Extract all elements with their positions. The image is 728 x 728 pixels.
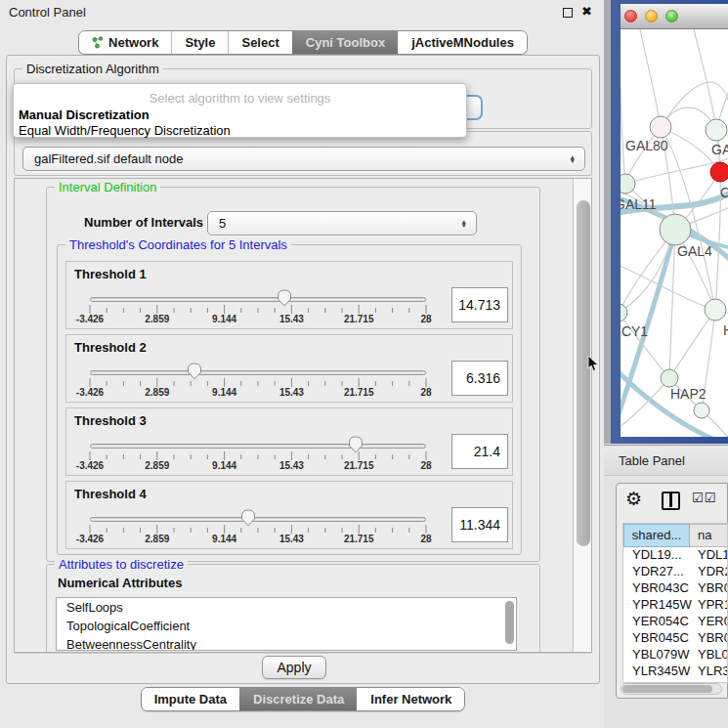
apply-button[interactable]: Apply [262, 656, 326, 679]
name-cell[interactable]: YLR3 [698, 664, 728, 678]
shared-name-cell[interactable]: YBR043C [632, 580, 689, 595]
tick-label: 2.859 [145, 387, 169, 398]
node-label: GAL4 [677, 243, 712, 259]
shared-name-cell[interactable]: YDR27... [632, 564, 684, 578]
numerical-attributes-label: Numerical Attributes [58, 576, 182, 590]
attribute-list-item[interactable]: SelfLoops [57, 598, 516, 617]
tick-label: 28 [420, 314, 431, 324]
tab-network[interactable]: Network [79, 31, 171, 54]
float-window-icon[interactable] [563, 8, 573, 18]
node-table[interactable]: shared... na YDL19...YDL1YDR27...YDR2YBR… [622, 523, 728, 683]
vertical-scrollbar-thumb[interactable] [577, 200, 590, 546]
threshold-value-field[interactable]: 6.316 [451, 361, 508, 396]
name-cell[interactable]: YBR0 [698, 580, 728, 595]
bottom-tab-group: Impute DataDiscretize DataInfer Network [141, 687, 466, 711]
dropdown-option[interactable]: Equal Width/Frequency Discretization [19, 123, 231, 138]
shared-name-cell[interactable]: YBL079W [632, 647, 690, 662]
column-header-name[interactable]: na [690, 524, 728, 547]
table-row[interactable]: YER054CYER0 [623, 614, 728, 630]
numerical-attributes-list[interactable]: SelfLoopsTopologicalCoefficientBetweenne… [56, 597, 517, 651]
vertical-scrollbar[interactable] [573, 179, 592, 652]
shared-name-cell[interactable]: YER054C [632, 614, 689, 628]
tab-jactivemnodules[interactable]: jActiveMNodules [398, 31, 527, 54]
threshold-value-field[interactable]: 21.4 [451, 434, 508, 469]
tab-label: Style [185, 35, 215, 50]
close-icon[interactable]: ✖ [581, 4, 592, 19]
network-node-gal4[interactable] [660, 214, 691, 245]
tab-discretize-data[interactable]: Discretize Data [239, 688, 357, 710]
zoom-traffic-light-icon[interactable] [665, 10, 678, 22]
table-row[interactable]: YPR145WYPR1 [623, 597, 728, 614]
shared-name-cell[interactable]: YDL19... [632, 547, 682, 562]
algorithm-combo-focus-ring[interactable] [465, 95, 483, 120]
tab-infer-network[interactable]: Infer Network [357, 688, 464, 710]
column-header-shared-name[interactable]: shared... [623, 524, 690, 547]
name-cell[interactable]: YDR2 [698, 564, 728, 578]
table-data-combo[interactable]: galFiltered.sif default node ▲▼ [22, 147, 585, 171]
network-node-c[interactable] [710, 162, 728, 182]
shared-name-cell[interactable]: YPR145W [632, 597, 692, 612]
dropdown-option[interactable]: Manual Discretization [19, 107, 150, 122]
threshold-slider-thumb[interactable] [277, 289, 292, 307]
network-node-hap2[interactable] [661, 369, 678, 387]
threshold-slider-thumb[interactable] [240, 509, 256, 527]
network-canvas[interactable]: GAL80GACGAL11GAL4GCY1HHAP2 [621, 29, 728, 437]
table-row[interactable]: YLR345WYLR3 [623, 664, 728, 680]
tab-label: Select [241, 35, 278, 50]
name-cell[interactable]: YDL1 [698, 547, 728, 562]
network-node-gcy1[interactable] [621, 304, 627, 321]
threshold-slider-thumb[interactable] [348, 436, 364, 453]
network-node[interactable] [694, 403, 709, 418]
threshold-slider-track[interactable] [90, 517, 426, 522]
tick-label: 9.144 [212, 534, 236, 544]
close-traffic-light-icon[interactable] [624, 10, 637, 22]
tick-label: 9.144 [212, 460, 236, 471]
tab-cyni-toolbox[interactable]: Cyni Toolbox [292, 31, 398, 54]
application-window: Control Panel ✖ NetworkStyleSelectCyni T… [0, 0, 728, 728]
threshold-slider-thumb[interactable] [187, 363, 202, 380]
tick-label: 9.144 [212, 387, 236, 398]
table-row[interactable]: YDL19...YDL1 [623, 547, 728, 564]
gear-icon[interactable]: ⚙ [625, 488, 642, 510]
horizontal-scrollbar[interactable] [621, 683, 722, 695]
network-node-gal11[interactable] [621, 174, 635, 193]
attribute-list-item[interactable]: TopologicalCoefficient [57, 617, 516, 635]
horizontal-scrollbar-thumb[interactable] [622, 685, 712, 693]
threshold-value-field[interactable]: 11.344 [451, 507, 508, 542]
table-row[interactable]: YBR043CYBR0 [623, 580, 728, 597]
name-cell[interactable]: YBL0 [698, 647, 728, 662]
minimize-traffic-light-icon[interactable] [645, 10, 658, 22]
tab-label: Cyni Toolbox [306, 35, 385, 50]
name-cell[interactable]: YPR1 [698, 597, 728, 612]
threshold-slider-track[interactable] [90, 297, 426, 302]
name-cell[interactable]: YBR0 [698, 630, 728, 645]
network-window-titlebar[interactable] [621, 4, 728, 29]
tab-impute-data[interactable]: Impute Data [142, 688, 239, 710]
name-cell[interactable]: YER0 [698, 614, 728, 628]
threshold-value-field[interactable]: 14.713 [451, 287, 508, 322]
network-node-gal80[interactable] [650, 116, 671, 138]
threshold-slider-track[interactable] [90, 444, 426, 449]
table-panel-title: Table Panel [619, 453, 685, 468]
tab-label: jActiveMNodules [411, 35, 514, 50]
tick-label: 9.144 [212, 314, 236, 324]
column-layout-icon[interactable] [662, 492, 680, 510]
number-of-intervals-combo[interactable]: 5 ▲▼ [207, 211, 477, 236]
network-node-ga[interactable] [706, 119, 727, 141]
tab-style[interactable]: Style [171, 31, 228, 54]
table-row[interactable]: YBR045CYBR0 [623, 630, 728, 647]
network-node-h[interactable] [705, 299, 726, 321]
threshold-slider-track[interactable] [90, 370, 426, 375]
select-columns-icon[interactable]: ☑☑ [692, 491, 716, 505]
table-row[interactable]: YBL079WYBL0 [623, 647, 728, 664]
top-tab-group: NetworkStyleSelectCyni ToolboxjActiveMNo… [78, 30, 528, 55]
shared-name-cell[interactable]: YLR345W [632, 664, 690, 678]
network-view-window[interactable]: GAL80GACGAL11GAL4GCY1HHAP2 [611, 0, 728, 444]
tick-label: -3.426 [76, 460, 104, 471]
list-scrollbar-thumb[interactable] [505, 601, 514, 644]
threshold-panel: Threshold 411.344-3.4262.8599.14415.4321… [65, 481, 513, 549]
table-row[interactable]: YDR27...YDR2 [623, 564, 728, 580]
tab-select[interactable]: Select [228, 31, 291, 54]
shared-name-cell[interactable]: YBR045C [632, 630, 689, 645]
attribute-list-item[interactable]: BetweennessCentrality [57, 635, 516, 651]
